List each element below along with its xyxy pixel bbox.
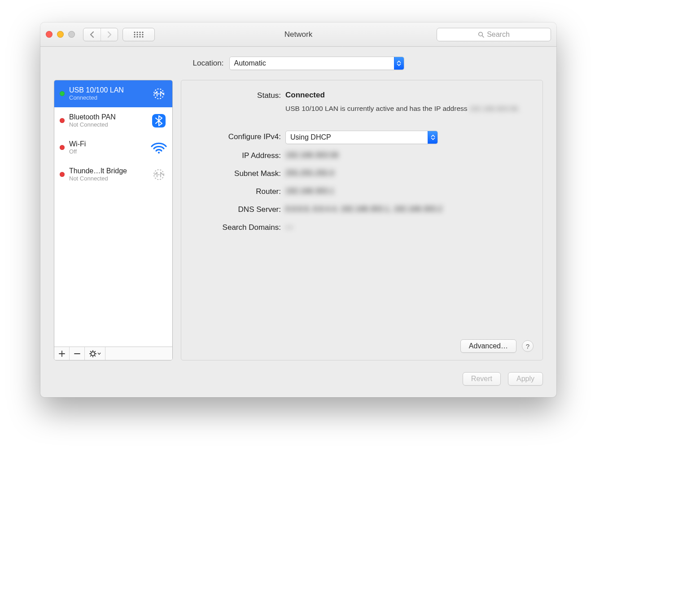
svg-point-15 (158, 93, 159, 94)
service-status: Off (69, 148, 145, 155)
help-button[interactable]: ? (522, 340, 534, 352)
svg-point-11 (142, 36, 143, 37)
status-label: Status: (191, 89, 285, 102)
status-description: USB 10/100 LAN is currently active and h… (285, 103, 533, 114)
search-icon (478, 31, 484, 38)
status-dot-disconnected-icon (60, 118, 65, 123)
svg-point-1 (136, 31, 138, 33)
search-domains-value: — (285, 221, 533, 233)
gear-icon (89, 350, 96, 357)
dns-server-label: DNS Server: (191, 203, 285, 216)
service-thunderbolt-bridge[interactable]: Thunde…lt Bridge Not Connected (54, 161, 172, 188)
close-button[interactable] (46, 31, 52, 38)
dns-server-value: 8.8.8.8, 8.8.4.4, 192.168.303.1, 192.168… (285, 203, 533, 215)
status-value-block: Connected USB 10/100 LAN is currently ac… (285, 89, 533, 114)
configure-ipv4-select[interactable]: Using DHCP (285, 131, 438, 144)
search-placeholder: Search (487, 31, 510, 39)
status-row: Status: Connected USB 10/100 LAN is curr… (191, 89, 533, 114)
service-text: Thunde…lt Bridge Not Connected (69, 167, 145, 182)
status-dot-off-icon (60, 145, 65, 150)
svg-point-19 (158, 174, 159, 175)
service-text: Bluetooth PAN Not Connected (69, 113, 145, 128)
svg-line-13 (482, 35, 484, 37)
plus-icon (59, 351, 65, 357)
svg-point-4 (134, 34, 135, 35)
svg-point-20 (91, 351, 94, 355)
network-service-list: USB 10/100 LAN Connected (54, 80, 173, 360)
search-domains-label: Search Domains: (191, 221, 285, 234)
status-dot-disconnected-icon (60, 172, 65, 177)
main-row: USB 10/100 LAN Connected (54, 80, 543, 360)
remove-service-button[interactable] (70, 347, 85, 360)
location-select[interactable]: Automatic (229, 57, 404, 70)
svg-point-9 (136, 36, 138, 37)
question-mark-icon: ? (526, 343, 529, 350)
router-row: Router: 192.168.303.1 (191, 185, 533, 198)
content-area: Location: Automatic USB 10/100 LAN Con (40, 47, 556, 397)
service-bluetooth-pan[interactable]: Bluetooth PAN Not Connected (54, 107, 172, 134)
detail-pane: Status: Connected USB 10/100 LAN is curr… (181, 80, 543, 360)
svg-point-0 (134, 31, 135, 33)
apply-button[interactable]: Apply (508, 372, 543, 386)
wifi-icon (150, 139, 168, 157)
svg-point-6 (139, 34, 140, 35)
show-all-prefs-button[interactable] (122, 28, 155, 41)
search-input[interactable]: Search (437, 28, 551, 41)
subnet-mask-row: Subnet Mask: 255.255.255.0 (191, 167, 533, 180)
zoom-button[interactable] (68, 31, 75, 38)
advanced-button[interactable]: Advanced… (460, 339, 516, 353)
status-dot-connected-icon (60, 91, 65, 96)
sidebar-toolbar (54, 347, 172, 360)
svg-point-8 (134, 36, 135, 37)
titlebar: Network Search (40, 22, 556, 47)
subnet-mask-label: Subnet Mask: (191, 167, 285, 180)
ip-address-value: 192.168.303.58 (285, 149, 533, 161)
configure-ipv4-value: Using DHCP (285, 131, 533, 144)
location-row: Location: Automatic (54, 57, 543, 70)
dns-server-row: DNS Server: 8.8.8.8, 8.8.4.4, 192.168.30… (191, 203, 533, 216)
svg-point-10 (139, 36, 140, 37)
advanced-row: Advanced… ? (460, 339, 534, 353)
back-button[interactable] (83, 28, 101, 41)
service-text: Wi-Fi Off (69, 140, 145, 155)
ethernet-grey-icon (150, 166, 168, 184)
grid-icon (133, 31, 144, 38)
svg-point-5 (136, 34, 138, 35)
location-value: Automatic (230, 59, 394, 67)
svg-line-27 (90, 355, 91, 356)
service-name: Thunde…lt Bridge (69, 167, 145, 175)
ip-address-label: IP Address: (191, 149, 285, 162)
router-value: 192.168.303.1 (285, 185, 533, 197)
status-value: Connected (285, 89, 533, 101)
service-status: Not Connected (69, 175, 145, 182)
service-wifi[interactable]: Wi-Fi Off (54, 134, 172, 161)
footer-buttons: Revert Apply (54, 372, 543, 386)
minus-icon (74, 351, 80, 357)
router-label: Router: (191, 185, 285, 198)
service-name: Bluetooth PAN (69, 113, 145, 121)
ip-address-row: IP Address: 192.168.303.58 (191, 149, 533, 162)
location-label: Location: (193, 59, 224, 68)
service-usb-lan[interactable]: USB 10/100 LAN Connected (54, 80, 172, 107)
back-forward-group (83, 28, 118, 41)
chevron-up-down-icon (394, 57, 404, 70)
svg-line-26 (94, 355, 95, 356)
svg-point-3 (142, 31, 143, 33)
service-text: USB 10/100 LAN Connected (69, 86, 145, 101)
forward-button[interactable] (101, 28, 118, 41)
service-name: Wi-Fi (69, 140, 145, 148)
ethernet-icon (150, 85, 168, 103)
service-actions-button[interactable] (85, 347, 105, 360)
service-status: Not Connected (69, 121, 145, 128)
network-pref-window: Network Search Location: Automatic (40, 22, 556, 397)
svg-point-2 (139, 31, 140, 33)
configure-ipv4-row: Configure IPv4: Using DHCP (191, 131, 533, 144)
minimize-button[interactable] (57, 31, 64, 38)
bluetooth-icon (150, 112, 168, 130)
revert-button[interactable]: Revert (463, 372, 501, 386)
network-list: USB 10/100 LAN Connected (54, 80, 172, 347)
add-service-button[interactable] (54, 347, 70, 360)
service-status: Connected (69, 94, 145, 101)
svg-point-17 (158, 151, 160, 153)
service-name: USB 10/100 LAN (69, 86, 145, 94)
